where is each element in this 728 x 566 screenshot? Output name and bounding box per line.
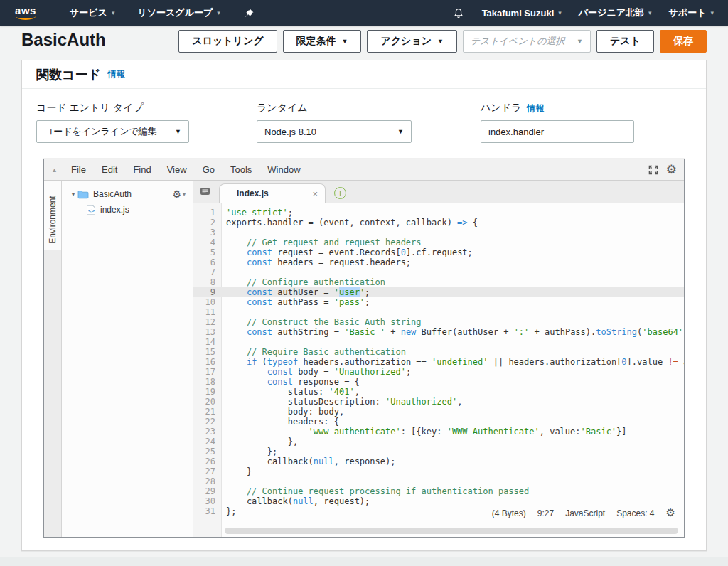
- code-line[interactable]: 20 statusDescription: 'Unauthorized',: [193, 397, 684, 407]
- line-content[interactable]: const body = 'Unauthorized';: [222, 367, 411, 377]
- line-number[interactable]: 2: [193, 218, 222, 228]
- code-line[interactable]: 10 const authPass = 'pass';: [193, 297, 684, 307]
- line-number[interactable]: 4: [193, 237, 222, 247]
- line-content[interactable]: const authPass = 'pass';: [222, 297, 370, 307]
- actions-dropdown-button[interactable]: アクション ▼: [367, 30, 457, 53]
- line-number[interactable]: 23: [193, 427, 222, 437]
- editor-settings-gear-icon[interactable]: ⚙: [666, 164, 677, 176]
- tree-file-row[interactable]: <> index.js: [62, 202, 193, 218]
- aws-logo[interactable]: aws: [10, 6, 41, 20]
- line-content[interactable]: const headers = request.headers;: [222, 257, 411, 267]
- code-line[interactable]: 23 'www-authenticate': [{key: 'WWW-Authe…: [193, 427, 684, 437]
- line-number[interactable]: 17: [193, 367, 222, 377]
- line-number[interactable]: 1: [193, 208, 222, 218]
- tree-expand-icon[interactable]: ▾: [69, 191, 77, 198]
- line-number[interactable]: 10: [193, 297, 222, 307]
- line-content[interactable]: // Continue request processing if authen…: [222, 486, 529, 496]
- code-line[interactable]: 14: [193, 337, 684, 347]
- line-number[interactable]: 19: [193, 387, 222, 397]
- line-number[interactable]: 21: [193, 407, 222, 417]
- line-content[interactable]: // Require Basic authentication: [222, 347, 406, 357]
- code-line[interactable]: 2exports.handler = (event, context, call…: [193, 218, 684, 228]
- code-line[interactable]: 19 status: '401',: [193, 387, 684, 397]
- line-content[interactable]: // Get request and request headers: [222, 237, 422, 247]
- test-button[interactable]: テスト: [596, 30, 654, 53]
- code-line[interactable]: 24 },: [193, 437, 684, 447]
- line-number[interactable]: 15: [193, 347, 222, 357]
- code-line[interactable]: 11: [193, 307, 684, 317]
- nav-user-menu[interactable]: Takafumi Suzuki ▾: [473, 0, 570, 26]
- code-line[interactable]: 15 // Require Basic authentication: [193, 347, 684, 357]
- code-line[interactable]: 8 // Configure authentication: [193, 277, 684, 287]
- line-number[interactable]: 28: [193, 476, 222, 486]
- cursor-position-status[interactable]: 9:27: [537, 508, 554, 518]
- runtime-select[interactable]: Node.js 8.10 ▼: [257, 120, 412, 143]
- code-line[interactable]: 4 // Get request and request headers: [193, 237, 684, 247]
- code-line[interactable]: 7: [193, 267, 684, 277]
- notifications-button[interactable]: [444, 0, 473, 26]
- menu-item-tools[interactable]: Tools: [223, 164, 259, 175]
- menu-item-go[interactable]: Go: [195, 164, 223, 175]
- handler-info-link[interactable]: 情報: [527, 102, 544, 114]
- code-line[interactable]: 13 const authString = 'Basic ' + new Buf…: [193, 327, 684, 337]
- code-line[interactable]: 1'use strict';: [193, 208, 684, 218]
- code-entry-type-select[interactable]: コードをインラインで編集 ▼: [36, 120, 189, 143]
- line-number[interactable]: 22: [193, 417, 222, 427]
- line-number[interactable]: 29: [193, 486, 222, 496]
- line-content[interactable]: headers: {: [222, 417, 339, 427]
- line-content[interactable]: const response = {: [222, 377, 360, 387]
- line-number[interactable]: 3: [193, 228, 222, 237]
- test-event-select[interactable]: テストイベントの選択 ▼: [463, 30, 591, 53]
- info-link[interactable]: 情報: [108, 68, 125, 80]
- qualifiers-dropdown-button[interactable]: 限定条件 ▼: [283, 30, 362, 53]
- throttling-button[interactable]: スロットリング: [178, 30, 277, 53]
- code-line[interactable]: 9 const authUser = 'user';: [193, 287, 684, 297]
- code-line[interactable]: 12 // Construct the Basic Auth string: [193, 317, 684, 327]
- nav-pin-button[interactable]: [235, 0, 264, 26]
- line-content[interactable]: // Configure authentication: [222, 277, 385, 287]
- line-number[interactable]: 27: [193, 466, 222, 476]
- line-number[interactable]: 14: [193, 337, 222, 347]
- status-settings-gear-icon[interactable]: ⚙: [666, 508, 675, 518]
- line-number[interactable]: 18: [193, 377, 222, 387]
- fullscreen-icon[interactable]: [648, 164, 659, 176]
- tab-list-icon[interactable]: [200, 186, 210, 196]
- menu-item-window[interactable]: Window: [259, 164, 308, 175]
- code-line[interactable]: 18 const response = {: [193, 377, 684, 387]
- line-content[interactable]: [222, 267, 226, 277]
- line-number[interactable]: 31: [193, 506, 222, 516]
- line-number[interactable]: 5: [193, 247, 222, 257]
- code-line[interactable]: 3: [193, 228, 684, 237]
- line-content[interactable]: 'use strict';: [222, 208, 293, 218]
- line-content[interactable]: };: [222, 447, 277, 456]
- line-number[interactable]: 26: [193, 456, 222, 466]
- line-content[interactable]: };: [222, 506, 236, 516]
- line-content[interactable]: const request = event.Records[0].cf.requ…: [222, 247, 473, 257]
- line-content[interactable]: callback(null, response);: [222, 456, 395, 466]
- code-line[interactable]: 27 }: [193, 466, 684, 476]
- line-number[interactable]: 7: [193, 267, 222, 277]
- indentation-status[interactable]: Spaces: 4: [616, 508, 654, 518]
- code-line[interactable]: 22 headers: {: [193, 417, 684, 427]
- code-line[interactable]: 30 callback(null, request);: [193, 496, 684, 506]
- code-line[interactable]: 17 const body = 'Unauthorized';: [193, 367, 684, 377]
- line-content[interactable]: const authUser = 'user';: [222, 287, 370, 297]
- code-area[interactable]: 1'use strict';2exports.handler = (event,…: [193, 203, 684, 537]
- code-line[interactable]: 6 const headers = request.headers;: [193, 257, 684, 267]
- line-number[interactable]: 6: [193, 257, 222, 267]
- nav-resource-groups-menu[interactable]: リソースグループ ▾: [129, 0, 228, 26]
- line-number[interactable]: 12: [193, 317, 222, 327]
- line-number[interactable]: 30: [193, 496, 222, 506]
- code-line[interactable]: 28: [193, 476, 684, 486]
- code-line[interactable]: 26 callback(null, response);: [193, 456, 684, 466]
- horizontal-scrollbar[interactable]: [225, 528, 678, 534]
- line-number[interactable]: 9: [193, 287, 222, 297]
- menu-item-file[interactable]: File: [63, 164, 94, 175]
- new-tab-button[interactable]: +: [334, 187, 346, 199]
- line-content[interactable]: },: [222, 437, 298, 447]
- line-content[interactable]: body: body,: [222, 407, 344, 417]
- line-number[interactable]: 16: [193, 357, 222, 367]
- menu-item-edit[interactable]: Edit: [94, 164, 125, 175]
- line-number[interactable]: 25: [193, 447, 222, 456]
- line-content[interactable]: statusDescription: 'Unauthorized',: [222, 397, 462, 407]
